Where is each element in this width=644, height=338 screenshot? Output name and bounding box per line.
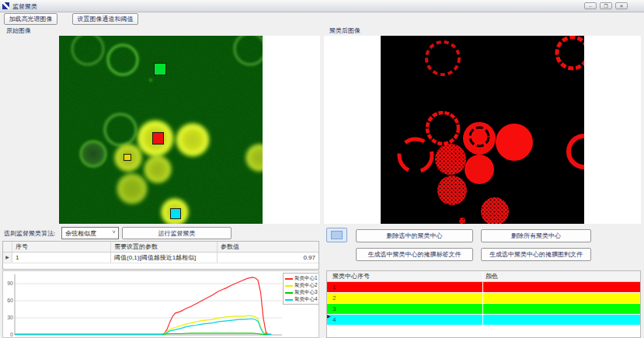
row-selector-arrow: ▶ — [327, 313, 331, 319]
cluster-no-cell: 2 — [327, 293, 483, 303]
chart-line — [15, 315, 271, 334]
chart-line — [15, 277, 271, 334]
legend-line-red — [285, 278, 293, 280]
color-swatch-inner — [331, 231, 343, 239]
algorithm-selected-value: 余弦相似度 — [65, 229, 96, 238]
close-button[interactable]: ✕ — [615, 2, 628, 9]
cluster-row-4[interactable]: 4 — [327, 315, 640, 326]
cluster-no-cell: 4 — [327, 315, 483, 325]
cluster-color-cell — [483, 293, 640, 303]
row-selector-arrow: ▶ — [3, 253, 12, 263]
chart-canvas — [3, 271, 319, 338]
header-cluster-no: 聚类中心序号 — [327, 271, 483, 281]
chevron-down-icon: ˅ — [112, 228, 116, 235]
load-hyperspectral-image-button[interactable]: 加载高光谱图像 — [4, 13, 57, 25]
param-no-cell: 1 — [12, 253, 111, 263]
chart-legend: 聚类中心1 聚类中心2 聚类中心3 聚类中心4 — [283, 273, 319, 305]
ytick-30: 30 — [4, 315, 13, 320]
legend-label: 聚类中心4 — [294, 296, 318, 303]
cluster-color-cell — [483, 304, 640, 314]
legend-item: 聚类中心4 — [285, 296, 319, 303]
algorithm-select-label: 选则监督聚类算法: — [4, 229, 55, 238]
chart-line — [15, 319, 271, 335]
set-channels-threshold-button[interactable]: 设置图像通道和阈值 — [72, 13, 138, 25]
delete-selected-center-button[interactable]: 删除选中的聚类中心 — [356, 229, 473, 242]
legend-label: 聚类中心2 — [294, 282, 318, 289]
ytick-0: 0 — [4, 332, 13, 337]
cluster-color-cell — [483, 315, 640, 325]
roi-marker[interactable] — [124, 154, 131, 161]
param-name-cell: 阈值(0,1)[阈值越接近1越相似] — [111, 253, 218, 263]
generate-mask-label-file-button[interactable]: 生成选中聚类中心的掩膜标签文件 — [356, 248, 473, 261]
roi-marker[interactable] — [154, 63, 166, 75]
legend-item: 聚类中心2 — [285, 282, 319, 289]
title-bar[interactable]: 监督聚类 – ❐ ✕ — [0, 0, 644, 12]
cluster-color-cell — [483, 282, 640, 292]
delete-all-centers-button[interactable]: 删除所有聚类中心 — [481, 229, 591, 242]
maximize-button[interactable]: ❐ — [600, 2, 612, 9]
algorithm-dropdown[interactable]: 余弦相似度 ˅ — [61, 227, 119, 239]
clustered-image-box — [324, 36, 641, 224]
parameter-table-header: 序号 需要设置的参数 参数值 — [3, 242, 319, 253]
generate-mask-image-file-button[interactable]: 生成选中聚类中心的掩膜图到文件 — [481, 248, 591, 261]
cluster-no-cell: 3 — [327, 304, 483, 314]
original-image-label: 原始图像 — [6, 26, 31, 35]
color-swatch-button[interactable] — [326, 228, 347, 242]
roi-marker-layer — [59, 36, 263, 224]
legend-line-yellow — [285, 285, 293, 287]
original-image-box — [59, 36, 320, 224]
cluster-center-table: 聚类中心序号 颜色 1 2 3 4 ▶ — [326, 270, 641, 338]
legend-line-cyan — [285, 299, 293, 301]
run-clustering-button[interactable]: 运行监督聚类 — [122, 227, 231, 239]
legend-item: 聚类中心3 — [285, 289, 319, 296]
header-value: 参数值 — [218, 242, 319, 252]
spectra-chart: 90 60 30 0 聚类中心1 聚类中心2 聚类中心3 聚类中心4 — [2, 270, 319, 338]
legend-label: 聚类中心3 — [294, 289, 318, 296]
param-value-cell[interactable]: 0.97 — [218, 253, 319, 263]
header-no: 序号 — [12, 242, 111, 252]
roi-marker[interactable] — [170, 208, 181, 219]
cluster-row-2[interactable]: 2 — [327, 293, 640, 304]
window-title: 监督聚类 — [12, 2, 37, 11]
clustered-image-label: 聚类后图像 — [329, 26, 360, 35]
parameter-table-row[interactable]: ▶ 1 阈值(0,1)[阈值越接近1越相似] 0.97 — [3, 253, 319, 263]
app-window: 监督聚类 – ❐ ✕ 加载高光谱图像 设置图像通道和阈值 原始图像 聚类后图像 — [0, 0, 644, 338]
header-color: 颜色 — [483, 271, 640, 281]
clustered-result-image — [381, 36, 584, 224]
legend-line-green — [285, 292, 293, 294]
header-selector-cell — [3, 242, 12, 252]
ytick-90: 90 — [4, 281, 13, 286]
cluster-row-1[interactable]: 1 — [327, 282, 640, 293]
cluster-row-3[interactable]: 3 — [327, 304, 640, 315]
app-icon — [2, 2, 9, 9]
header-param: 需要设置的参数 — [111, 242, 218, 252]
legend-item: 聚类中心1 — [285, 275, 319, 282]
roi-marker[interactable] — [152, 132, 164, 145]
ytick-60: 60 — [4, 298, 13, 303]
minimize-button[interactable]: – — [584, 2, 597, 9]
legend-label: 聚类中心1 — [294, 275, 318, 282]
parameter-table: 序号 需要设置的参数 参数值 ▶ 1 阈值(0,1)[阈值越接近1越相似] 0.… — [2, 241, 319, 270]
cluster-table-header: 聚类中心序号 颜色 — [327, 271, 640, 282]
cluster-no-cell: 1 — [327, 282, 483, 292]
